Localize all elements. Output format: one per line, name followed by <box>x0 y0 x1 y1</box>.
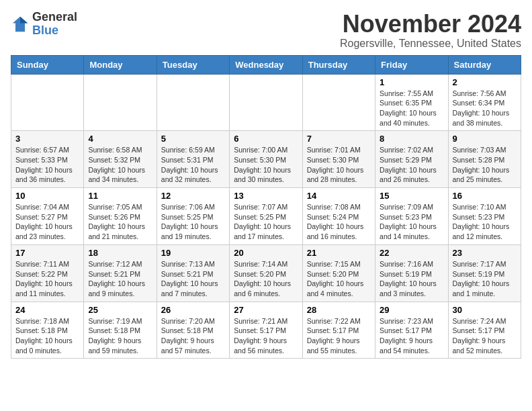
day-number: 29 <box>380 305 443 315</box>
day-number: 8 <box>380 134 443 144</box>
day-number: 4 <box>88 134 152 144</box>
calendar-cell: 3Sunrise: 6:57 AM Sunset: 5:33 PM Daylig… <box>11 131 84 188</box>
day-info: Sunrise: 7:16 AM Sunset: 5:19 PM Dayligh… <box>380 259 443 299</box>
calendar-cell: 16Sunrise: 7:10 AM Sunset: 5:23 PM Dayli… <box>448 188 521 245</box>
day-info: Sunrise: 6:58 AM Sunset: 5:32 PM Dayligh… <box>88 145 152 185</box>
day-info: Sunrise: 7:23 AM Sunset: 5:17 PM Dayligh… <box>380 316 443 356</box>
calendar-cell: 11Sunrise: 7:05 AM Sunset: 5:26 PM Dayli… <box>84 188 157 245</box>
calendar-cell: 2Sunrise: 7:56 AM Sunset: 6:34 PM Daylig… <box>448 74 521 131</box>
day-info: Sunrise: 7:00 AM Sunset: 5:30 PM Dayligh… <box>234 145 298 185</box>
calendar-cell: 14Sunrise: 7:08 AM Sunset: 5:24 PM Dayli… <box>302 188 375 245</box>
calendar-cell: 28Sunrise: 7:22 AM Sunset: 5:17 PM Dayli… <box>302 302 375 359</box>
logo: General Blue <box>11 11 77 38</box>
day-info: Sunrise: 7:08 AM Sunset: 5:24 PM Dayligh… <box>307 202 371 242</box>
day-number: 20 <box>234 248 298 258</box>
day-number: 23 <box>453 248 517 258</box>
day-info: Sunrise: 7:13 AM Sunset: 5:21 PM Dayligh… <box>161 259 225 299</box>
svg-marker-1 <box>20 17 28 24</box>
calendar-cell: 13Sunrise: 7:07 AM Sunset: 5:25 PM Dayli… <box>230 188 302 245</box>
day-number: 28 <box>307 305 371 315</box>
day-number: 7 <box>307 134 371 144</box>
day-number: 12 <box>161 191 225 201</box>
day-number: 5 <box>161 134 225 144</box>
day-number: 21 <box>307 248 371 258</box>
day-number: 22 <box>380 248 443 258</box>
day-header-wednesday: Wednesday <box>230 55 302 74</box>
day-info: Sunrise: 7:03 AM Sunset: 5:28 PM Dayligh… <box>453 145 517 185</box>
calendar-cell: 15Sunrise: 7:09 AM Sunset: 5:23 PM Dayli… <box>375 188 448 245</box>
calendar-cell <box>157 74 229 131</box>
day-info: Sunrise: 7:14 AM Sunset: 5:20 PM Dayligh… <box>234 259 298 299</box>
day-info: Sunrise: 7:05 AM Sunset: 5:26 PM Dayligh… <box>88 202 152 242</box>
day-number: 3 <box>15 134 79 144</box>
day-number: 17 <box>15 248 79 258</box>
calendar-cell: 26Sunrise: 7:20 AM Sunset: 5:18 PM Dayli… <box>157 302 229 359</box>
title-section: November 2024 Rogersville, Tennessee, Un… <box>340 11 521 50</box>
day-header-friday: Friday <box>375 55 448 74</box>
calendar-cell: 18Sunrise: 7:12 AM Sunset: 5:21 PM Dayli… <box>84 244 157 302</box>
day-number: 14 <box>307 191 371 201</box>
day-number: 13 <box>234 191 298 201</box>
day-info: Sunrise: 7:11 AM Sunset: 5:22 PM Dayligh… <box>15 259 79 299</box>
day-info: Sunrise: 7:17 AM Sunset: 5:19 PM Dayligh… <box>453 259 517 299</box>
day-info: Sunrise: 6:57 AM Sunset: 5:33 PM Dayligh… <box>15 145 79 185</box>
calendar-cell: 12Sunrise: 7:06 AM Sunset: 5:25 PM Dayli… <box>157 188 229 245</box>
calendar-cell: 17Sunrise: 7:11 AM Sunset: 5:22 PM Dayli… <box>11 244 84 302</box>
day-info: Sunrise: 7:20 AM Sunset: 5:18 PM Dayligh… <box>161 316 225 356</box>
logo-icon <box>11 15 30 34</box>
day-info: Sunrise: 7:06 AM Sunset: 5:25 PM Dayligh… <box>161 202 225 242</box>
day-header-sunday: Sunday <box>11 55 84 74</box>
day-number: 24 <box>15 305 79 315</box>
calendar-cell: 1Sunrise: 7:55 AM Sunset: 6:35 PM Daylig… <box>375 74 448 131</box>
calendar-week-row: 17Sunrise: 7:11 AM Sunset: 5:22 PM Dayli… <box>11 244 521 302</box>
day-number: 2 <box>453 77 517 87</box>
day-number: 30 <box>453 305 517 315</box>
day-number: 19 <box>161 248 225 258</box>
calendar-cell: 30Sunrise: 7:24 AM Sunset: 5:17 PM Dayli… <box>448 302 521 359</box>
day-info: Sunrise: 7:19 AM Sunset: 5:18 PM Dayligh… <box>88 316 152 356</box>
calendar-cell <box>230 74 302 131</box>
day-info: Sunrise: 7:18 AM Sunset: 5:18 PM Dayligh… <box>15 316 79 356</box>
day-header-thursday: Thursday <box>302 55 375 74</box>
day-number: 18 <box>88 248 152 258</box>
month-title: November 2024 <box>340 11 521 38</box>
day-number: 25 <box>88 305 152 315</box>
day-header-tuesday: Tuesday <box>157 55 229 74</box>
day-info: Sunrise: 7:07 AM Sunset: 5:25 PM Dayligh… <box>234 202 298 242</box>
day-info: Sunrise: 7:12 AM Sunset: 5:21 PM Dayligh… <box>88 259 152 299</box>
calendar-cell: 24Sunrise: 7:18 AM Sunset: 5:18 PM Dayli… <box>11 302 84 359</box>
day-header-saturday: Saturday <box>448 55 521 74</box>
day-info: Sunrise: 7:56 AM Sunset: 6:34 PM Dayligh… <box>453 89 517 128</box>
logo-text: General Blue <box>32 11 77 38</box>
day-header-monday: Monday <box>84 55 157 74</box>
day-info: Sunrise: 7:15 AM Sunset: 5:20 PM Dayligh… <box>307 259 371 299</box>
calendar-cell: 27Sunrise: 7:21 AM Sunset: 5:17 PM Dayli… <box>230 302 302 359</box>
day-info: Sunrise: 6:59 AM Sunset: 5:31 PM Dayligh… <box>161 145 225 185</box>
calendar-cell <box>11 74 84 131</box>
day-number: 15 <box>380 191 443 201</box>
calendar-cell: 20Sunrise: 7:14 AM Sunset: 5:20 PM Dayli… <box>230 244 302 302</box>
day-number: 10 <box>15 191 79 201</box>
day-info: Sunrise: 7:21 AM Sunset: 5:17 PM Dayligh… <box>234 316 298 356</box>
day-info: Sunrise: 7:09 AM Sunset: 5:23 PM Dayligh… <box>380 202 443 242</box>
day-info: Sunrise: 7:22 AM Sunset: 5:17 PM Dayligh… <box>307 316 371 356</box>
day-number: 26 <box>161 305 225 315</box>
calendar-week-row: 3Sunrise: 6:57 AM Sunset: 5:33 PM Daylig… <box>11 131 521 188</box>
calendar-cell: 23Sunrise: 7:17 AM Sunset: 5:19 PM Dayli… <box>448 244 521 302</box>
day-info: Sunrise: 7:01 AM Sunset: 5:30 PM Dayligh… <box>307 145 371 185</box>
day-number: 16 <box>453 191 517 201</box>
calendar-week-row: 1Sunrise: 7:55 AM Sunset: 6:35 PM Daylig… <box>11 74 521 131</box>
calendar-cell: 6Sunrise: 7:00 AM Sunset: 5:30 PM Daylig… <box>230 131 302 188</box>
calendar-cell: 4Sunrise: 6:58 AM Sunset: 5:32 PM Daylig… <box>84 131 157 188</box>
calendar-cell: 29Sunrise: 7:23 AM Sunset: 5:17 PM Dayli… <box>375 302 448 359</box>
day-info: Sunrise: 7:10 AM Sunset: 5:23 PM Dayligh… <box>453 202 517 242</box>
calendar-table: SundayMondayTuesdayWednesdayThursdayFrid… <box>11 55 521 359</box>
day-info: Sunrise: 7:02 AM Sunset: 5:29 PM Dayligh… <box>380 145 443 185</box>
calendar-cell: 25Sunrise: 7:19 AM Sunset: 5:18 PM Dayli… <box>84 302 157 359</box>
day-info: Sunrise: 7:04 AM Sunset: 5:27 PM Dayligh… <box>15 202 79 242</box>
calendar-cell: 22Sunrise: 7:16 AM Sunset: 5:19 PM Dayli… <box>375 244 448 302</box>
day-number: 11 <box>88 191 152 201</box>
location-subtitle: Rogersville, Tennessee, United States <box>340 38 521 50</box>
calendar-header-row: SundayMondayTuesdayWednesdayThursdayFrid… <box>11 55 521 74</box>
calendar-cell <box>302 74 375 131</box>
